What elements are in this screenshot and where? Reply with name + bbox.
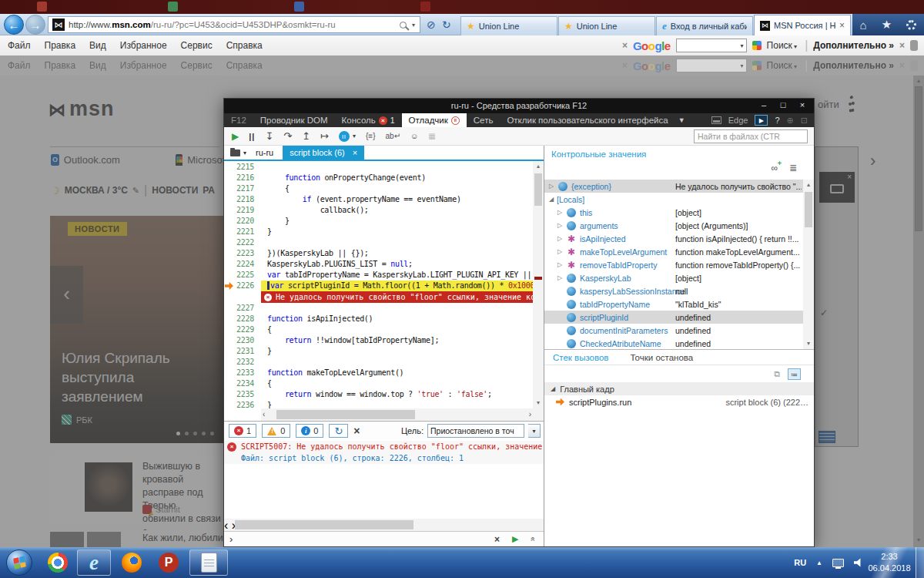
- home-icon[interactable]: ⌂: [860, 18, 867, 32]
- taskbar-psiphon-button[interactable]: P: [152, 549, 185, 576]
- minimize-button[interactable]: –: [755, 99, 772, 113]
- clear-console-icon[interactable]: ×: [353, 425, 360, 437]
- continue-button[interactable]: ▶: [232, 131, 239, 142]
- watch-row-scriptPluginId[interactable]: scriptPluginIdundefined: [544, 311, 803, 324]
- refresh-icon[interactable]: ↻: [442, 16, 451, 33]
- warnings-filter-button[interactable]: 0: [262, 424, 290, 438]
- line-number[interactable]: 2225: [235, 270, 261, 281]
- preserve-log-button[interactable]: ↻: [329, 424, 348, 438]
- code-line-2217[interactable]: 2217 {: [224, 183, 533, 194]
- watch-row-CheckedAtributeName[interactable]: CheckedAtributeNameundefined: [544, 337, 803, 349]
- menu-item-Правка[interactable]: Правка: [45, 60, 76, 71]
- code-editor[interactable]: 22152216 function onPropertyChange(event…: [224, 161, 544, 421]
- clear-input-icon[interactable]: ×: [494, 534, 500, 545]
- file-picker[interactable]: ▾: [224, 150, 253, 156]
- step-over-icon[interactable]: ↷: [283, 130, 292, 142]
- line-number[interactable]: 2217: [235, 183, 261, 194]
- taskbar-ie-button[interactable]: e: [77, 549, 111, 576]
- step-into-icon[interactable]: ↧: [265, 130, 273, 142]
- devtools-tab-3[interactable]: ОтладчикII: [402, 113, 467, 127]
- menu-item-Сервис[interactable]: Сервис: [181, 60, 213, 71]
- frames-icon[interactable]: ⧉: [774, 369, 780, 379]
- console-input-row[interactable]: › × ▶ »: [224, 531, 544, 546]
- code-line-2220[interactable]: 2220 }: [224, 216, 533, 227]
- stop-icon[interactable]: ⊘: [427, 16, 436, 33]
- console-horizontal-scrollbar[interactable]: ‹ ›: [224, 519, 544, 531]
- menu-item-Правка[interactable]: Правка: [45, 40, 76, 51]
- code-line-2234[interactable]: 2234{: [224, 378, 533, 389]
- error-marker[interactable]: [534, 277, 542, 280]
- expand-icon[interactable]: ▷: [549, 183, 557, 190]
- pretty-print-icon[interactable]: {≡}: [366, 132, 376, 140]
- devtools-tab-4[interactable]: Сеть: [467, 113, 500, 127]
- scroll-up-icon[interactable]: ▴: [533, 161, 544, 172]
- toolbar-close-icon[interactable]: ×: [622, 40, 628, 51]
- find-in-files-input[interactable]: [694, 129, 808, 143]
- expand-icon[interactable]: ▷: [557, 248, 565, 255]
- watch-row-isApiInjected[interactable]: ▷✱isApiInjectedfunction isApiInjected() …: [544, 232, 803, 245]
- line-number[interactable]: 2235: [235, 389, 261, 400]
- step-out-icon[interactable]: ↥: [302, 130, 310, 142]
- expand-console-icon[interactable]: »: [529, 537, 537, 542]
- scroll-right-icon[interactable]: ›: [529, 408, 531, 421]
- menu-item-Справка[interactable]: Справка: [226, 40, 263, 51]
- code-line-2223[interactable]: 2223})(KasperskyLab || {});: [224, 248, 533, 259]
- expand-icon[interactable]: ▷: [557, 235, 565, 242]
- info-filter-button[interactable]: i0: [296, 424, 323, 438]
- callstack-group[interactable]: ◢Главный кадр: [544, 382, 814, 395]
- google-search-input[interactable]: ▾: [676, 39, 747, 52]
- browser-tab-1[interactable]: ★Union Line: [558, 16, 655, 35]
- devtools-tab-2[interactable]: Консоль×1: [335, 113, 402, 127]
- scroll-down-icon[interactable]: ▾: [803, 338, 814, 349]
- tab-callstack[interactable]: Стек вызовов: [553, 353, 608, 362]
- console-error-message[interactable]: ×SCRIPT5007: Не удалось получить свойств…: [224, 441, 544, 452]
- code-line-2224[interactable]: 2224KasperskyLab.PLUGINS_LIST = null;: [224, 259, 533, 270]
- chevron-down-icon[interactable]: ▾: [792, 43, 797, 50]
- line-number[interactable]: 2216: [235, 173, 261, 183]
- code-line-2233[interactable]: 2233function makeTopLevelArgument(): [224, 368, 533, 378]
- scroll-down-icon[interactable]: ▾: [533, 398, 544, 408]
- hidden-icons-chevron[interactable]: ▲: [816, 560, 822, 566]
- maximize-button[interactable]: □: [775, 99, 792, 113]
- scroll-up-icon[interactable]: ▴: [803, 180, 814, 190]
- browser-tab-0[interactable]: ★Union Line: [460, 16, 557, 35]
- callstack-frame[interactable]: scriptPlugins.run script block (6) (222…: [544, 395, 814, 408]
- code-horizontal-scrollbar[interactable]: ‹ ›: [261, 408, 533, 421]
- search-icon[interactable]: [400, 22, 407, 29]
- clock[interactable]: 2:3306.04.2018: [865, 551, 913, 574]
- watch-row-[Locals][interactable]: ◢[Locals]: [544, 193, 803, 206]
- chevron-down-icon[interactable]: ▾: [741, 62, 744, 69]
- settings-gear-icon[interactable]: [906, 20, 916, 30]
- google-more-button[interactable]: Дополнительно »: [813, 40, 894, 51]
- line-number[interactable]: 2233: [235, 368, 261, 378]
- menu-item-Файл[interactable]: Файл: [8, 40, 31, 51]
- tab-breakpoints[interactable]: Точки останова: [630, 353, 693, 362]
- menu-item-Сервис[interactable]: Сервис: [181, 40, 213, 51]
- line-number[interactable]: 2234: [235, 378, 261, 389]
- code-line-2230[interactable]: 2230 return !!window[tabIdPropertyName];: [224, 335, 533, 346]
- code-line-2235[interactable]: 2235 return window == window.top ? 'true…: [224, 389, 533, 400]
- scroll-left-icon[interactable]: ‹: [263, 408, 265, 421]
- code-line-2216[interactable]: 2216 function onPropertyChange(event): [224, 173, 533, 183]
- watch-row-documentInitParameters[interactable]: documentInitParametersundefined: [544, 324, 803, 337]
- expand-icon[interactable]: ▷: [557, 222, 565, 229]
- devtools-tab-1[interactable]: Проводник DOM: [253, 113, 335, 127]
- taskbar-chrome-button[interactable]: [42, 549, 74, 576]
- toolbar-close-icon[interactable]: ×: [899, 60, 905, 71]
- scroll-left-icon[interactable]: ‹: [224, 519, 228, 532]
- network-icon[interactable]: [832, 559, 844, 567]
- code-vertical-scrollbar[interactable]: ▴ ▾: [533, 161, 544, 408]
- menu-item-Вид[interactable]: Вид: [89, 60, 106, 71]
- line-number[interactable]: 2228: [235, 314, 261, 324]
- break-on-exception-icon[interactable]: ||: [339, 131, 350, 142]
- line-number[interactable]: 2222: [235, 237, 261, 248]
- toolbar-close-icon[interactable]: ×: [622, 60, 628, 71]
- browser-tab-2[interactable]: eВход в личный каби...: [656, 16, 753, 35]
- close-icon[interactable]: ×: [353, 148, 357, 157]
- watch-row-arguments[interactable]: ▷arguments[object (Arguments)]: [544, 219, 803, 232]
- dock-icon[interactable]: [711, 116, 721, 124]
- forward-button[interactable]: →: [25, 15, 45, 35]
- code-line-2221[interactable]: 2221}: [224, 227, 533, 237]
- browser-tab-3[interactable]: ⋈MSN Россия | Нов...×: [754, 15, 851, 35]
- line-number[interactable]: 2227: [235, 303, 261, 314]
